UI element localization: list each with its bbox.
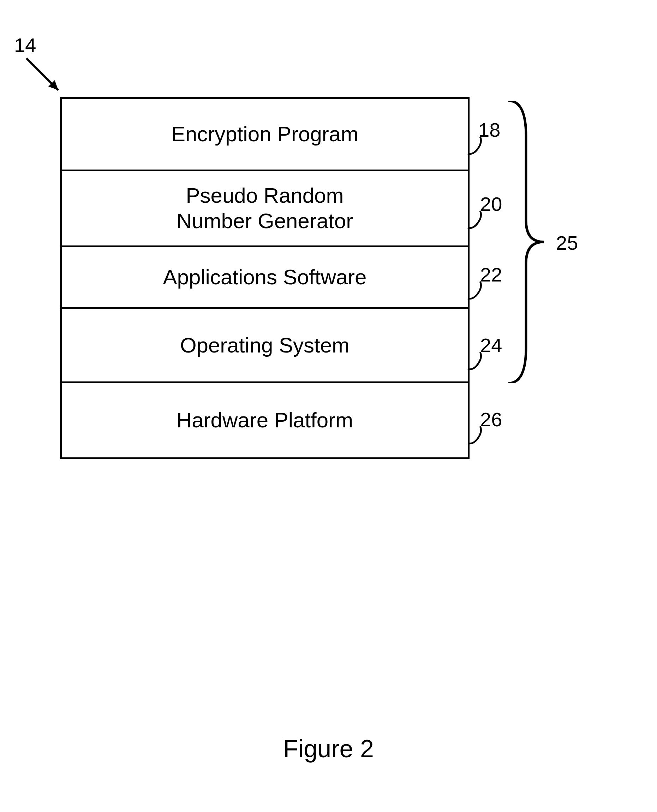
diagram-canvas: 14 Encryption Program Pseudo Random Numb… <box>0 0 657 812</box>
layer-apps-label: Applications Software <box>163 265 367 290</box>
layer-prng: Pseudo Random Number Generator <box>62 171 468 247</box>
hook-26 <box>466 425 487 445</box>
layer-os-label: Operating System <box>180 333 350 358</box>
ref-label-25: 25 <box>556 231 578 254</box>
hook-20 <box>466 210 487 229</box>
arrow-to-stack <box>23 55 69 101</box>
hook-22 <box>466 281 487 300</box>
layer-encryption-label: Encryption Program <box>171 122 358 147</box>
brace-software-layers <box>505 101 547 383</box>
ref-label-14: 14 <box>14 34 36 56</box>
layer-prng-label: Pseudo Random Number Generator <box>176 183 353 234</box>
hook-24 <box>466 351 487 371</box>
layer-hw-label: Hardware Platform <box>176 408 353 433</box>
software-stack: Encryption Program Pseudo Random Number … <box>60 97 470 459</box>
layer-hardware-platform: Hardware Platform <box>62 383 468 457</box>
layer-encryption-program: Encryption Program <box>62 99 468 171</box>
layer-applications-software: Applications Software <box>62 247 468 309</box>
figure-caption: Figure 2 <box>0 735 657 763</box>
hook-18 <box>466 136 487 156</box>
layer-operating-system: Operating System <box>62 309 468 383</box>
